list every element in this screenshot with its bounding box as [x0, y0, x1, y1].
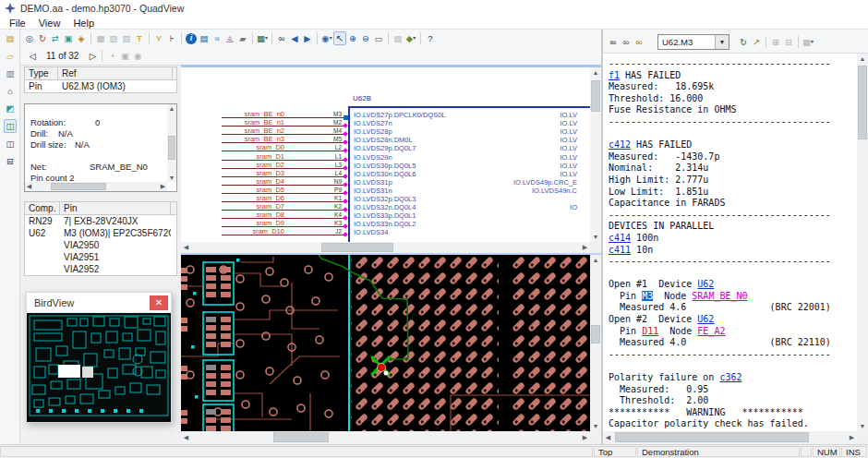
scroll-up-arrow[interactable]: ▲	[167, 104, 176, 113]
zoom-window-icon[interactable]: ▭	[372, 31, 385, 45]
scroll-up-arrow[interactable]: ▲	[590, 67, 601, 78]
scroll-thumb[interactable]	[168, 136, 175, 160]
selected-pin-marker[interactable]	[344, 115, 348, 120]
report-link[interactable]: FE_A2	[697, 326, 725, 336]
report-link[interactable]: D11	[642, 326, 658, 336]
fixture-icon[interactable]: Ŧ	[133, 31, 146, 45]
pin-marker[interactable]	[343, 131, 348, 137]
scroll-thumb[interactable]	[591, 325, 600, 344]
pin-number[interactable]: K2	[325, 203, 342, 210]
capture-image-icon[interactable]: ▦▾	[256, 31, 269, 45]
highlight-net-icon[interactable]: ◬	[223, 31, 236, 45]
properties-hscrollbar[interactable]: ◀ ▶	[25, 182, 167, 191]
pin-marker[interactable]	[343, 139, 348, 145]
pin-number[interactable]: M2	[325, 119, 342, 126]
select-arrow-icon[interactable]: ↖	[333, 31, 346, 45]
menu-file[interactable]: File	[3, 17, 32, 30]
table-row[interactable]: VIA2951	[25, 251, 176, 263]
table-row[interactable]: U62M3 (IOM3)| EP2C35F672C6NES	[25, 227, 176, 239]
tools-icon[interactable]: Y	[152, 31, 165, 45]
birdview-canvas[interactable]	[27, 313, 171, 422]
scroll-left-arrow[interactable]: ◀	[181, 431, 191, 443]
device-combo[interactable]: U62.M3 ▼	[657, 34, 729, 50]
schematic-hscrollbar[interactable]: ◀ ▶	[181, 242, 590, 253]
pin-marker[interactable]	[343, 207, 348, 212]
pin-marker[interactable]	[343, 174, 348, 179]
pin-number[interactable]: L2	[325, 144, 342, 151]
gauge-icon[interactable]: ◔	[105, 49, 118, 63]
pin-number[interactable]: P9	[325, 187, 342, 193]
scroll-left-arrow[interactable]: ◀	[181, 242, 191, 253]
report-vscrollbar[interactable]: ▲ ▼	[857, 54, 868, 431]
pin-number[interactable]: M5	[325, 136, 342, 142]
swap-parts-icon[interactable]: ⇄	[49, 31, 62, 45]
menu-view[interactable]: View	[32, 17, 67, 30]
search-results-icon[interactable]: ∞	[275, 31, 288, 45]
probe-icon[interactable]: ⊦	[165, 31, 178, 45]
split-vertical-icon[interactable]: ◫	[4, 137, 17, 151]
scroll-left-arrow[interactable]: ◀	[603, 431, 613, 443]
pin-number[interactable]: L4	[325, 170, 342, 176]
flylines-icon[interactable]: ≈	[211, 31, 223, 45]
scroll-thumb[interactable]	[858, 66, 867, 139]
menu-help[interactable]: Help	[66, 17, 101, 30]
crosshair-icon[interactable]: ◎	[23, 31, 36, 45]
next-failure-icon[interactable]: ▶	[301, 31, 314, 45]
scroll-up-arrow[interactable]: ▲	[590, 255, 601, 265]
report-link[interactable]: c412	[609, 139, 631, 150]
rotate-icon[interactable]: ↻	[36, 31, 49, 45]
scroll-thumb[interactable]	[591, 80, 600, 112]
refresh-report-icon[interactable]: ↻	[737, 35, 750, 49]
pin-marker[interactable]	[343, 165, 348, 171]
pin-marker[interactable]	[343, 182, 348, 187]
scroll-right-arrow[interactable]: ▶	[580, 431, 590, 443]
scroll-right-arrow[interactable]: ▶	[847, 431, 857, 443]
pin-number[interactable]: N9	[325, 178, 342, 185]
report-hscrollbar[interactable]: ◀ ▶	[603, 431, 857, 443]
pin-number[interactable]: M4	[325, 127, 342, 134]
pin-marker[interactable]	[343, 199, 348, 204]
scroll-down-arrow[interactable]: ▼	[857, 421, 868, 431]
birdview-icon[interactable]: ◫	[4, 119, 17, 133]
pin-marker[interactable]	[343, 123, 348, 128]
table-row[interactable]: VIA2952	[25, 263, 176, 275]
info-icon[interactable]: i	[186, 33, 197, 44]
pin-number[interactable]: J2	[325, 228, 342, 235]
layout-hscrollbar[interactable]: ◀ ▶	[181, 431, 590, 443]
open-board-icon[interactable]: ▱	[4, 49, 17, 63]
report-link[interactable]: SRAM_BE_N0	[692, 291, 747, 301]
scroll-thumb[interactable]	[51, 183, 106, 190]
zoom-in-icon[interactable]: ⊕	[346, 31, 359, 45]
copy-part-icon[interactable]: ▣	[62, 31, 75, 45]
find-net-icon[interactable]: ∞	[620, 35, 633, 49]
layout-view[interactable]	[181, 255, 590, 431]
birdview-viewport[interactable]	[58, 365, 80, 378]
scroll-left-arrow[interactable]: ◀	[25, 182, 33, 191]
report-link[interactable]: c362	[719, 372, 741, 382]
column-header[interactable]: Type	[25, 67, 58, 79]
pin-marker[interactable]	[343, 149, 348, 154]
column-header[interactable]: Ref	[58, 67, 173, 79]
pin-number[interactable]: K4	[325, 211, 342, 218]
component-refdes[interactable]: U62B	[353, 94, 371, 102]
schematic-vscrollbar[interactable]: ▲ ▼	[590, 67, 601, 242]
birdview-titlebar[interactable]: BirdView ✕	[27, 293, 171, 313]
report-link[interactable]: c414	[609, 233, 631, 243]
net-wire[interactable]	[222, 235, 345, 235]
pin-numbers-icon[interactable]: ▤	[198, 31, 211, 45]
birdview-window[interactable]: BirdView ✕	[26, 292, 172, 423]
find-pin-icon[interactable]: ∞	[633, 35, 645, 49]
eraser-icon[interactable]: ▰	[236, 31, 249, 45]
scroll-down-arrow[interactable]: ▼	[590, 232, 601, 242]
pin-number[interactable]: L3	[325, 162, 342, 168]
scroll-down-arrow[interactable]: ▼	[590, 421, 601, 431]
pin-number[interactable]: L1	[325, 153, 342, 160]
schematic-view[interactable]: U62Bsram_BE_n0M3IO.LVDS27p.DPCLK0/DQS0LI…	[181, 67, 590, 242]
pin-number[interactable]: M3	[325, 111, 342, 117]
scroll-up-arrow[interactable]: ▲	[857, 54, 868, 64]
component-view-icon[interactable]: ◩	[4, 102, 17, 115]
help-icon[interactable]: ?	[424, 31, 437, 45]
home-view-icon[interactable]: ⌂	[4, 84, 17, 98]
pin-number[interactable]: K1	[325, 195, 342, 201]
previous-failure-icon[interactable]: ◀	[288, 31, 301, 45]
